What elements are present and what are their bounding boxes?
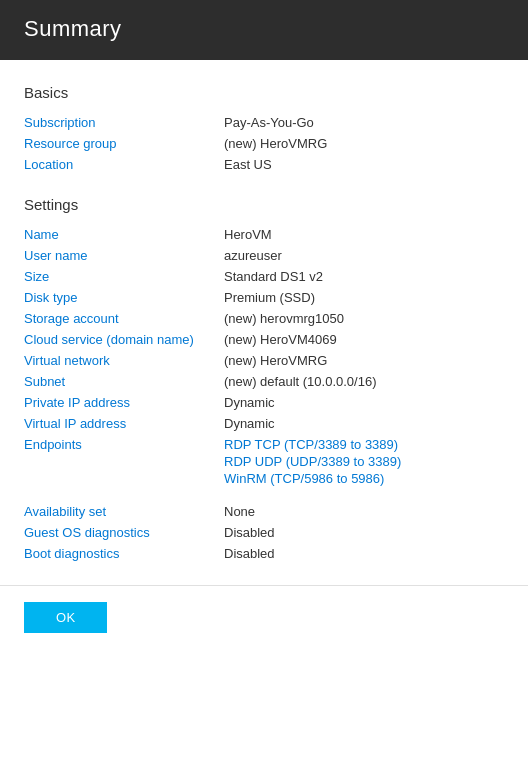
row-value: RDP TCP (TCP/3389 to 3389)RDP UDP (UDP/3… — [224, 437, 504, 488]
row-value: Dynamic — [224, 395, 504, 410]
table-row: Storage account (new) herovmrg1050 — [24, 311, 504, 326]
basics-section: Basics Subscription Pay-As-You-Go Resour… — [24, 84, 504, 172]
row-value: (new) HeroVMRG — [224, 136, 504, 151]
row-label: Private IP address — [24, 395, 224, 410]
row-label: Size — [24, 269, 224, 284]
endpoint-item: WinRM (TCP/5986 to 5986) — [224, 471, 504, 486]
row-label: Name — [24, 227, 224, 242]
basics-section-title: Basics — [24, 84, 504, 101]
table-row: Endpoints RDP TCP (TCP/3389 to 3389)RDP … — [24, 437, 504, 488]
row-label: Disk type — [24, 290, 224, 305]
row-value: (new) default (10.0.0.0/16) — [224, 374, 504, 389]
row-value: None — [224, 504, 504, 519]
table-row: Private IP address Dynamic — [24, 395, 504, 410]
table-row: Size Standard DS1 v2 — [24, 269, 504, 284]
row-label: Guest OS diagnostics — [24, 525, 224, 540]
row-label: Virtual network — [24, 353, 224, 368]
endpoint-item: RDP TCP (TCP/3389 to 3389) — [224, 437, 504, 452]
settings-section: Settings Name HeroVM User name azureuser… — [24, 196, 504, 561]
row-value: (new) herovmrg1050 — [224, 311, 504, 326]
row-label: Boot diagnostics — [24, 546, 224, 561]
row-label: Virtual IP address — [24, 416, 224, 431]
row-label: Availability set — [24, 504, 224, 519]
header: Summary — [0, 0, 528, 60]
table-row: Availability set None — [24, 504, 504, 519]
page-title: Summary — [24, 16, 504, 42]
row-value: Dynamic — [224, 416, 504, 431]
table-row: Guest OS diagnostics Disabled — [24, 525, 504, 540]
row-value: HeroVM — [224, 227, 504, 242]
row-value: Premium (SSD) — [224, 290, 504, 305]
row-label: Location — [24, 157, 224, 172]
row-label: Subnet — [24, 374, 224, 389]
table-row: Location East US — [24, 157, 504, 172]
row-label: Endpoints — [24, 437, 224, 452]
row-label: Cloud service (domain name) — [24, 332, 224, 347]
row-label: Subscription — [24, 115, 224, 130]
row-value: East US — [224, 157, 504, 172]
row-value: Pay-As-You-Go — [224, 115, 504, 130]
table-row: User name azureuser — [24, 248, 504, 263]
row-value: (new) HeroVM4069 — [224, 332, 504, 347]
settings-section-title: Settings — [24, 196, 504, 213]
row-value: Standard DS1 v2 — [224, 269, 504, 284]
footer: OK — [0, 585, 528, 649]
row-value: (new) HeroVMRG — [224, 353, 504, 368]
table-row: Disk type Premium (SSD) — [24, 290, 504, 305]
row-label: Resource group — [24, 136, 224, 151]
row-label: User name — [24, 248, 224, 263]
table-row: Subnet (new) default (10.0.0.0/16) — [24, 374, 504, 389]
ok-button[interactable]: OK — [24, 602, 107, 633]
table-row: Virtual IP address Dynamic — [24, 416, 504, 431]
row-value: azureuser — [224, 248, 504, 263]
table-row: Cloud service (domain name) (new) HeroVM… — [24, 332, 504, 347]
row-value: Disabled — [224, 525, 504, 540]
table-row: Boot diagnostics Disabled — [24, 546, 504, 561]
table-row: Name HeroVM — [24, 227, 504, 242]
table-row: Subscription Pay-As-You-Go — [24, 115, 504, 130]
table-row: Resource group (new) HeroVMRG — [24, 136, 504, 151]
endpoint-item: RDP UDP (UDP/3389 to 3389) — [224, 454, 504, 469]
row-label: Storage account — [24, 311, 224, 326]
row-value: Disabled — [224, 546, 504, 561]
table-row: Virtual network (new) HeroVMRG — [24, 353, 504, 368]
